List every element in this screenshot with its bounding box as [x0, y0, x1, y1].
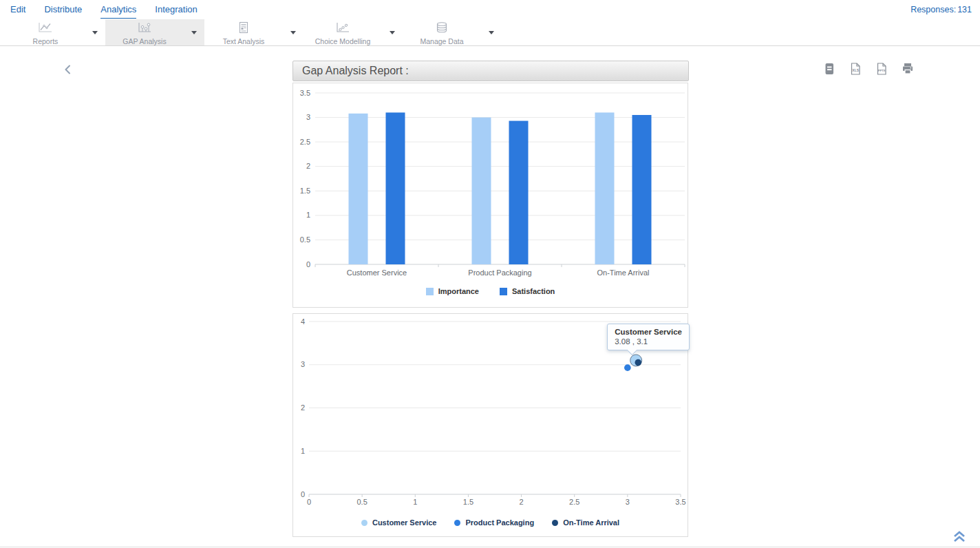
toolbar-section-text-analysis: Text Analysis: [204, 19, 303, 45]
toolbar-caret-choice-modelling[interactable]: [382, 19, 403, 45]
svg-text:0.5: 0.5: [356, 498, 367, 506]
nav-item-edit[interactable]: Edit: [10, 1, 25, 19]
legend-dot-icon: [454, 520, 460, 526]
toolbar-item-gap-analysis[interactable]: GAP Analysis: [105, 19, 184, 45]
toolbar-section-manage-data: Manage Data: [403, 19, 502, 45]
primary-nav: EditDistributeAnalyticsIntegration: [0, 0, 198, 19]
responses-label: Responses:: [910, 5, 956, 14]
bar-product-packaging-satisfaction[interactable]: [509, 121, 529, 264]
xls-file-icon: XLS: [849, 62, 862, 78]
svg-text:XLS: XLS: [852, 68, 859, 72]
nav-item-integration[interactable]: Integration: [155, 1, 197, 19]
print-button[interactable]: [900, 62, 915, 77]
scatter-chart-legend: Customer ServiceProduct PackagingOn-Time…: [293, 518, 688, 527]
responses-count: Responses:131: [909, 5, 980, 14]
report-title-bar: Gap Analysis Report :: [292, 61, 689, 81]
chart-tooltip: Customer Service 3.08 , 3.1: [607, 324, 690, 350]
tooltip-value: 3.08 , 3.1: [615, 337, 682, 346]
page-bottom-border: [0, 547, 980, 547]
printer-icon: [901, 62, 915, 78]
top-navbar: EditDistributeAnalyticsIntegration Respo…: [0, 0, 980, 20]
back-button[interactable]: [61, 63, 74, 77]
toolbar-section-gap-analysis: GAP Analysis: [105, 19, 204, 45]
toolbar-caret-reports[interactable]: [85, 19, 105, 45]
bar-customer-service-importance[interactable]: [349, 114, 368, 264]
chevron-left-icon: [63, 67, 72, 77]
tooltip-title: Customer Service: [615, 328, 682, 336]
svg-text:1.5: 1.5: [300, 187, 310, 195]
responses-value: 131: [957, 5, 972, 14]
svg-text:1: 1: [301, 447, 305, 455]
back-to-top-button[interactable]: [951, 530, 968, 544]
caret-down-icon: [390, 31, 395, 34]
legend-label: Satisfaction: [512, 287, 555, 295]
export-document-button[interactable]: [822, 62, 837, 77]
toolbar-section-choice-modelling: Choice Modelling: [303, 19, 403, 45]
caret-down-icon: [290, 31, 296, 34]
bar-category-label: Customer Service: [347, 268, 407, 277]
scatter-point-on-time-arrival[interactable]: [635, 359, 641, 366]
caret-down-icon: [92, 31, 98, 34]
toolbar-item-manage-data[interactable]: Manage Data: [403, 19, 481, 45]
toolbar-item-label: Choice Modelling: [315, 37, 371, 45]
svg-text:0: 0: [301, 490, 305, 498]
gap-bar-chart-panel: 00.511.522.533.5Customer ServiceProduct …: [292, 83, 688, 308]
svg-text:3.5: 3.5: [675, 498, 685, 506]
chevrons-up-icon: [952, 534, 967, 545]
nav-item-analytics[interactable]: Analytics: [100, 1, 136, 19]
svg-text:2.5: 2.5: [300, 138, 310, 146]
page-title: Gap Analysis Report :: [302, 65, 409, 77]
svg-text:2: 2: [306, 162, 310, 170]
toolbar-caret-manage-data[interactable]: [481, 19, 502, 45]
line-chart-icon: [37, 21, 54, 36]
legend-item-on-time-arrival[interactable]: On-Time Arrival: [552, 518, 619, 527]
legend-item-importance[interactable]: Importance: [426, 287, 479, 295]
svg-text:0: 0: [306, 260, 310, 268]
doc-file-icon: [822, 62, 836, 78]
legend-label: Importance: [438, 287, 479, 295]
svg-text:3.5: 3.5: [300, 89, 310, 97]
svg-text:4: 4: [301, 317, 305, 326]
legend-label: Product Packaging: [465, 518, 534, 527]
svg-text:0: 0: [307, 498, 311, 506]
legend-item-satisfaction[interactable]: Satisfaction: [500, 287, 555, 295]
gap-scatter-chart-panel: 00.511.522.533.501234 Customer Service 3…: [292, 313, 688, 537]
export-toolbar: XLSPPTX: [822, 62, 915, 77]
svg-text:1: 1: [413, 498, 417, 506]
toolbar-item-label: Manage Data: [420, 37, 463, 45]
svg-text:1: 1: [306, 211, 310, 219]
toolbar-section-reports: Reports: [6, 19, 105, 45]
svg-text:2: 2: [301, 403, 305, 412]
toolbar-caret-text-analysis[interactable]: [283, 19, 303, 45]
svg-text:2: 2: [520, 498, 524, 506]
export-pptx-button[interactable]: PPTX: [874, 62, 889, 77]
bar-customer-service-satisfaction[interactable]: [386, 112, 405, 264]
legend-swatch-icon: [500, 288, 507, 295]
svg-text:2.5: 2.5: [569, 498, 579, 506]
toolbar-caret-gap-analysis[interactable]: [184, 19, 204, 45]
legend-item-product-packaging[interactable]: Product Packaging: [454, 518, 534, 527]
bar-category-label: On-Time Arrival: [597, 268, 650, 277]
analytics-toolbar: ReportsGAP AnalysisText AnalysisChoice M…: [0, 19, 980, 46]
toolbar-item-label: GAP Analysis: [122, 37, 166, 45]
scatter-model-icon: [334, 21, 351, 36]
bar-on-time-arrival-importance[interactable]: [595, 112, 615, 264]
legend-item-customer-service[interactable]: Customer Service: [361, 518, 437, 527]
legend-dot-icon: [361, 520, 368, 526]
database-icon: [434, 21, 450, 36]
svg-text:3: 3: [306, 113, 310, 121]
toolbar-item-text-analysis[interactable]: Text Analysis: [204, 19, 283, 45]
toolbar-item-reports[interactable]: Reports: [6, 19, 85, 45]
legend-label: On-Time Arrival: [563, 518, 619, 527]
text-document-icon: [235, 21, 252, 36]
legend-swatch-icon: [426, 288, 434, 295]
export-xls-button[interactable]: XLS: [848, 62, 863, 77]
svg-text:1.5: 1.5: [463, 498, 473, 506]
svg-text:3: 3: [301, 360, 305, 368]
bar-product-packaging-importance[interactable]: [472, 118, 491, 264]
nav-item-distribute[interactable]: Distribute: [44, 1, 82, 19]
legend-dot-icon: [552, 520, 558, 526]
scatter-point-product-packaging[interactable]: [624, 364, 631, 371]
toolbar-item-choice-modelling[interactable]: Choice Modelling: [303, 19, 382, 45]
bar-on-time-arrival-satisfaction[interactable]: [632, 115, 652, 264]
